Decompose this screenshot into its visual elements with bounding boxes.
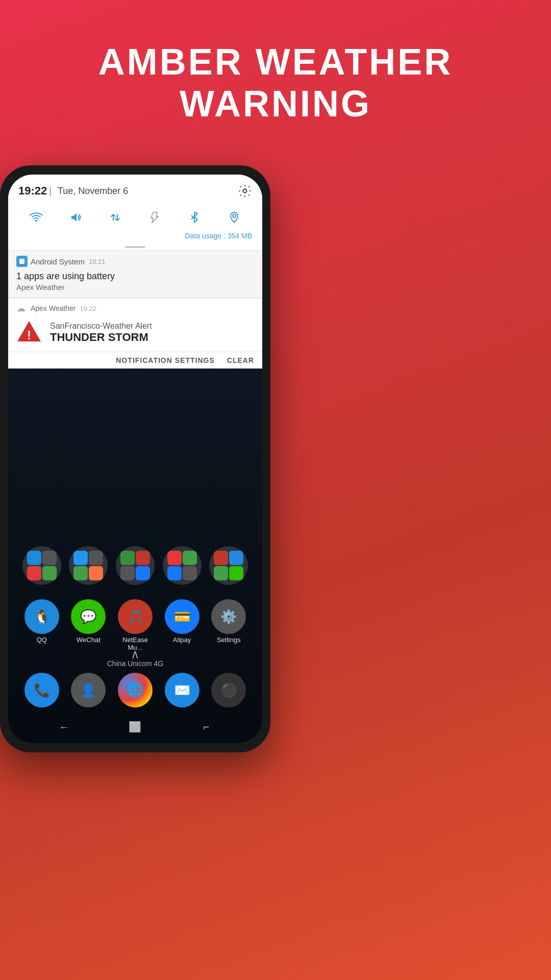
app-folders-row [8,546,262,585]
android-system-notif-title: 1 apps are using battery [16,271,254,282]
status-bar: 19:22 | Tue, November 6 [8,175,262,203]
apex-weather-app-name: Apex Weather [31,304,76,312]
app-icons-row: 🐧 QQ 💬 WeChat 🎵 NetEase Mu... 💳 [8,599,262,651]
folder-2[interactable] [69,546,108,585]
folder-1[interactable] [22,546,61,585]
dock-messages[interactable]: ✉️ [165,673,199,707]
app-wechat[interactable]: 💬 WeChat [69,599,108,651]
svg-rect-6 [19,259,24,264]
dock-camera[interactable]: ⚫ [211,673,246,707]
svg-point-4 [35,220,37,222]
notification-actions: NOTIFICATION SETTINGS CLEAR [8,352,262,369]
android-system-notif-time: 19:21 [89,258,106,265]
location-quick-toggle[interactable] [224,207,244,228]
dock-contacts[interactable]: 👤 [71,673,106,707]
drag-bar [125,246,145,248]
volume-quick-toggle[interactable] [65,207,86,228]
dock-row: 📞 👤 🌐 ✉️ ⚫ [8,673,262,707]
drag-handle [8,244,262,250]
netease-icon[interactable]: 🎵 [118,599,153,634]
android-system-notif-content: 1 apps are using battery Apex Weather [8,269,262,298]
android-system-notif-body: Apex Weather [16,283,254,291]
settings-label: Settings [217,636,241,644]
weather-alert-location: SanFrancisco-Weather Alert [50,322,152,331]
app-alipay[interactable]: 💳 Alipay [163,599,202,651]
dock-phone[interactable]: 📞 [24,673,59,707]
wifi-quick-toggle[interactable] [26,207,46,228]
bluetooth-quick-toggle[interactable] [184,207,205,228]
android-system-notification: Android System 19:21 1 apps are using ba… [8,250,262,298]
folder-5[interactable] [209,546,248,585]
notification-settings-button[interactable]: NOTIFICATION SETTINGS [116,356,214,364]
app-settings[interactable]: ⚙️ Settings [209,599,248,651]
alipay-label: Alipay [173,636,191,644]
folder-3[interactable] [116,546,155,585]
android-system-notif-header: Android System 19:21 [8,251,262,269]
android-system-app-name: Android System [31,257,85,266]
home-button[interactable]: ⬜ [126,718,144,736]
data-transfer-quick-toggle[interactable] [105,207,126,228]
page-title: AMBER WEATHER WARNING [0,41,551,125]
qq-label: QQ [37,636,47,644]
carrier-label: China Unicom 4G [8,659,262,668]
back-button[interactable]: ← [55,718,73,736]
wechat-label: WeChat [77,636,101,644]
apex-weather-cloud-icon: ☁ [16,303,28,314]
phone-frame: 🐧 QQ 💬 WeChat 🎵 NetEase Mu... 💳 [0,165,270,752]
bottom-navigation: ← ⬜ ⌐ [8,718,262,736]
settings-gear-icon[interactable] [238,184,252,198]
apex-weather-notif-content: ! SanFrancisco-Weather Alert THUNDER STO… [8,316,262,352]
folder-4[interactable] [163,546,202,585]
status-time: 19:22 [18,184,47,198]
svg-text:!: ! [27,328,31,342]
apex-weather-notif-time: 19:22 [80,305,96,312]
weather-alert-type: THUNDER STORM [50,331,152,344]
status-divider: | [49,186,52,197]
warning-triangle-icon: ! [16,320,42,346]
data-usage-text: Data usage : 354 MB [8,230,262,244]
flashlight-quick-toggle[interactable] [145,207,165,228]
svg-point-5 [233,214,236,217]
dock-chrome[interactable]: 🌐 [118,673,153,707]
status-date: Tue, November 6 [58,186,128,197]
alipay-icon[interactable]: 💳 [165,599,199,634]
recents-button[interactable]: ⌐ [197,718,215,736]
notification-panel: 19:22 | Tue, November 6 [8,175,262,369]
qq-icon[interactable]: 🐧 [24,599,59,634]
apex-weather-notification: ☁ Apex Weather 19:22 ! [8,298,262,352]
wechat-icon[interactable]: 💬 [71,599,106,634]
apex-weather-notif-header: ☁ Apex Weather 19:22 [8,298,262,316]
android-system-app-icon [16,256,28,267]
svg-point-3 [243,189,247,193]
app-netease[interactable]: 🎵 NetEase Mu... [116,599,155,651]
app-qq[interactable]: 🐧 QQ [22,599,61,651]
notification-clear-button[interactable]: CLEAR [227,356,254,364]
quick-settings [8,203,262,230]
phone-mockup: 🐧 QQ 💬 WeChat 🎵 NetEase Mu... 💳 [0,165,270,752]
page-background: AMBER WEATHER WARNING [0,0,551,752]
weather-alert-text: SanFrancisco-Weather Alert THUNDER STORM [50,322,152,344]
phone-screen: 🐧 QQ 💬 WeChat 🎵 NetEase Mu... 💳 [8,175,262,743]
settings-icon[interactable]: ⚙️ [211,599,246,634]
